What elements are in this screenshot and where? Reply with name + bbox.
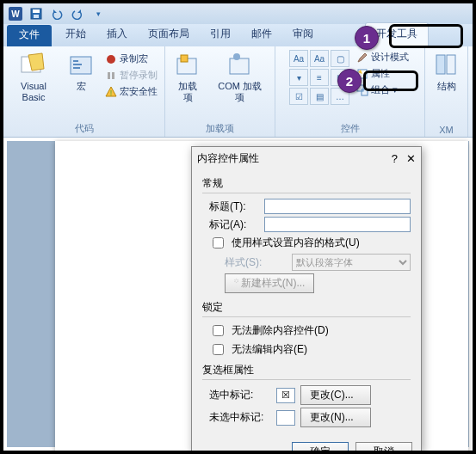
- lock-edit-label: 无法编辑内容(E): [232, 342, 307, 357]
- lock-edit-checkbox[interactable]: [213, 344, 224, 355]
- ctrl-combo[interactable]: ▾: [289, 69, 308, 86]
- svg-rect-6: [73, 64, 82, 65]
- close-icon[interactable]: ✕: [406, 152, 416, 165]
- addins-button[interactable]: 加载项: [170, 50, 205, 105]
- structure-button[interactable]: 结构: [430, 50, 464, 94]
- group-xml: 结构 XM: [425, 46, 468, 137]
- pause-record-button: 暂停录制: [103, 68, 159, 83]
- svg-rect-2: [34, 15, 39, 18]
- ribbon-tabs: 文件 开始 插入 页面布局 引用 邮件 审阅 开发工具: [3, 24, 473, 46]
- use-style-checkbox[interactable]: [213, 237, 224, 248]
- security-label: 宏安全性: [120, 85, 158, 98]
- group-code: Visual Basic 宏 录制宏 暂停录制 !宏安全性 代码: [3, 46, 165, 137]
- record-icon: [105, 53, 117, 65]
- change-unchecked-button[interactable]: 更改(N)...: [300, 408, 371, 427]
- properties-button[interactable]: 属性: [355, 66, 411, 81]
- title-input[interactable]: [264, 199, 411, 214]
- tab-references[interactable]: 引用: [200, 23, 241, 46]
- svg-rect-7: [73, 67, 80, 69]
- com-addins-button[interactable]: COM 加载项: [210, 50, 269, 105]
- pause-label: 暂停录制: [120, 69, 158, 82]
- ctrl-legacy[interactable]: ▤: [310, 88, 329, 105]
- change-checked-button[interactable]: 更改(C)...: [300, 385, 371, 405]
- group-button[interactable]: 组合 ▾: [355, 83, 411, 97]
- ok-button[interactable]: 确定: [292, 442, 349, 454]
- addins-label: 加载项: [174, 81, 201, 103]
- svg-rect-10: [112, 72, 114, 79]
- com-addins-label: COM 加载项: [213, 81, 266, 103]
- tab-review[interactable]: 审阅: [282, 23, 324, 46]
- com-addins-icon: [226, 52, 254, 79]
- svg-point-15: [233, 53, 240, 60]
- style-select: 默认段落字体: [292, 254, 411, 271]
- structure-icon: [433, 52, 461, 79]
- vb-label: Visual Basic: [12, 81, 55, 103]
- callout-1: 1: [355, 26, 379, 50]
- tag-input[interactable]: [264, 217, 411, 232]
- redo-icon[interactable]: [69, 5, 86, 22]
- undo-icon[interactable]: [48, 5, 65, 22]
- new-style-button: ꙳ 新建样式(N)...: [225, 273, 314, 293]
- quick-access-toolbar: W ▾: [3, 3, 473, 24]
- lock-delete-checkbox[interactable]: [213, 325, 224, 336]
- ctrl-dropdown[interactable]: ≡: [310, 69, 329, 86]
- svg-rect-19: [436, 55, 445, 74]
- svg-rect-14: [230, 58, 249, 74]
- content-control-properties-dialog: 内容控件属性 ? ✕ 常规 标题(T): 标记(A): 使用样式设置内容的格式(…: [191, 146, 422, 452]
- word-icon[interactable]: W: [7, 5, 24, 22]
- record-macro-button[interactable]: 录制宏: [103, 52, 159, 66]
- checked-symbol: ☒: [276, 388, 295, 403]
- group-addins-label: 加载项: [206, 120, 234, 135]
- tab-layout[interactable]: 页面布局: [138, 23, 200, 46]
- help-icon[interactable]: ?: [392, 152, 398, 165]
- qat-customize-icon[interactable]: ▾: [90, 5, 107, 22]
- macros-icon: [67, 52, 95, 79]
- tab-mailings[interactable]: 邮件: [241, 23, 282, 46]
- svg-text:!: !: [110, 89, 113, 97]
- group-code-label: 代码: [75, 120, 94, 135]
- macro-security-button[interactable]: !宏安全性: [103, 84, 159, 99]
- callout-2: 2: [337, 69, 362, 93]
- section-locking: 锁定: [202, 300, 411, 315]
- save-icon[interactable]: [28, 5, 45, 22]
- section-general: 常规: [202, 176, 411, 191]
- svg-rect-5: [73, 60, 78, 62]
- vb-icon: [20, 52, 47, 79]
- group-addins: 加载项 COM 加载项 加载项: [165, 46, 275, 137]
- tab-insert[interactable]: 插入: [96, 23, 138, 46]
- pause-icon: [105, 70, 117, 82]
- cancel-button[interactable]: 取消: [355, 442, 412, 454]
- title-label: 标题(T):: [209, 199, 259, 214]
- ctrl-plaintext[interactable]: Aa: [310, 50, 329, 67]
- checked-label: 选中标记:: [209, 388, 271, 402]
- dialog-title: 内容控件属性: [197, 151, 259, 166]
- svg-rect-1: [33, 9, 40, 13]
- svg-point-8: [107, 55, 115, 64]
- visual-basic-button[interactable]: Visual Basic: [9, 50, 59, 105]
- svg-rect-20: [447, 55, 455, 74]
- use-style-label: 使用样式设置内容的格式(U): [232, 236, 360, 250]
- warning-icon: !: [105, 86, 117, 98]
- ribbon: Visual Basic 宏 录制宏 暂停录制 !宏安全性 代码 加载项 COM…: [3, 46, 473, 138]
- svg-rect-9: [108, 72, 110, 79]
- design-mode-button[interactable]: 设计模式: [355, 50, 411, 64]
- svg-rect-13: [181, 55, 188, 62]
- unchecked-symbol: [276, 410, 295, 426]
- design-icon: [356, 52, 368, 64]
- macros-label: 宏: [77, 81, 86, 92]
- ctrl-richtext[interactable]: Aa: [289, 50, 308, 67]
- structure-label: 结构: [437, 81, 456, 92]
- ctrl-checkbox[interactable]: ☑: [289, 88, 308, 105]
- ctrl-picture[interactable]: ▢: [331, 50, 349, 67]
- dialog-titlebar: 内容控件属性 ? ✕: [192, 147, 421, 169]
- macros-button[interactable]: 宏: [64, 50, 98, 94]
- tag-label: 标记(A):: [209, 218, 259, 232]
- lock-delete-label: 无法删除内容控件(D): [232, 323, 329, 338]
- svg-rect-18: [362, 89, 368, 95]
- group-controls-label: 控件: [341, 120, 360, 135]
- properties-label: 属性: [371, 67, 390, 80]
- section-checkbox: 复选框属性: [202, 363, 411, 377]
- design-label: 设计模式: [371, 51, 409, 64]
- tab-home[interactable]: 开始: [55, 23, 96, 46]
- tab-file[interactable]: 文件: [7, 25, 52, 46]
